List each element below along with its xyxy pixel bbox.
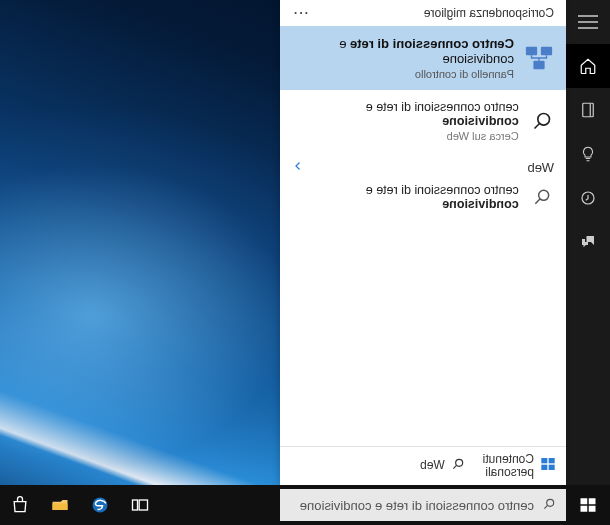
web-item-title: centro connessioni di rete e condivision… bbox=[292, 183, 519, 211]
svg-rect-14 bbox=[589, 506, 596, 512]
web-result-subtitle: Cerca sul Web bbox=[292, 130, 519, 142]
svg-rect-8 bbox=[541, 458, 547, 463]
best-match-subtitle: Pannello di controllo bbox=[292, 68, 514, 80]
search-input-value: centro connessioni di rete e condivision… bbox=[300, 498, 534, 513]
search-icon bbox=[531, 187, 554, 207]
svg-rect-20 bbox=[53, 503, 68, 510]
search-icon bbox=[531, 111, 554, 131]
svg-rect-3 bbox=[526, 47, 537, 55]
tab-personal-content[interactable]: Contenuti personali bbox=[483, 453, 556, 479]
task-view-icon[interactable] bbox=[120, 485, 160, 525]
best-match-label: Corrispondenza migliore bbox=[424, 6, 554, 20]
svg-rect-9 bbox=[549, 465, 555, 470]
tab-web[interactable]: Web bbox=[420, 457, 464, 474]
taskbar: centro connessioni di rete e condivision… bbox=[0, 485, 610, 525]
cortana-rail bbox=[566, 0, 610, 485]
filter-tabs: Contenuti personali Web bbox=[280, 446, 566, 485]
svg-point-6 bbox=[539, 190, 549, 200]
feedback-icon[interactable] bbox=[566, 220, 610, 264]
lightbulb-icon[interactable] bbox=[566, 132, 610, 176]
store-icon[interactable] bbox=[0, 485, 40, 525]
svg-rect-0 bbox=[583, 103, 594, 117]
search-icon bbox=[451, 457, 465, 474]
svg-rect-12 bbox=[589, 498, 596, 504]
svg-rect-18 bbox=[133, 500, 138, 510]
search-results-panel: Corrispondenza migliore ··· Centro conne… bbox=[280, 0, 566, 485]
svg-rect-17 bbox=[139, 500, 147, 510]
reminder-icon[interactable] bbox=[566, 176, 610, 220]
svg-point-11 bbox=[455, 460, 462, 467]
svg-rect-10 bbox=[541, 465, 547, 470]
web-search-result[interactable]: centro connessioni di rete e condivision… bbox=[280, 90, 566, 152]
notebook-icon[interactable] bbox=[566, 88, 610, 132]
svg-point-5 bbox=[538, 114, 550, 126]
start-button[interactable] bbox=[566, 485, 610, 525]
home-icon[interactable] bbox=[566, 44, 610, 88]
svg-rect-15 bbox=[581, 506, 588, 512]
best-match-item[interactable]: Centro connessioni di rete e condivision… bbox=[280, 26, 566, 90]
panel-header: Corrispondenza migliore ··· bbox=[280, 0, 566, 26]
chevron-right-icon bbox=[292, 160, 304, 175]
svg-rect-7 bbox=[549, 458, 555, 463]
more-icon[interactable]: ··· bbox=[292, 6, 308, 20]
file-explorer-icon[interactable] bbox=[40, 485, 80, 525]
web-section-item[interactable]: centro connessioni di rete e condivision… bbox=[280, 179, 566, 221]
svg-point-16 bbox=[547, 499, 554, 506]
search-icon bbox=[542, 497, 556, 514]
svg-rect-13 bbox=[581, 498, 588, 504]
web-section-heading[interactable]: Web bbox=[280, 152, 566, 179]
hamburger-icon[interactable] bbox=[566, 0, 610, 44]
best-match-title: Centro connessioni di rete e condivision… bbox=[292, 36, 514, 66]
network-center-icon bbox=[524, 43, 554, 73]
taskbar-search-box[interactable]: centro connessioni di rete e condivision… bbox=[280, 489, 566, 521]
svg-rect-4 bbox=[533, 61, 544, 69]
svg-rect-2 bbox=[541, 47, 552, 55]
web-result-title: centro connessioni di rete e condivision… bbox=[292, 100, 519, 128]
edge-icon[interactable] bbox=[80, 485, 120, 525]
windows-icon bbox=[540, 456, 556, 475]
